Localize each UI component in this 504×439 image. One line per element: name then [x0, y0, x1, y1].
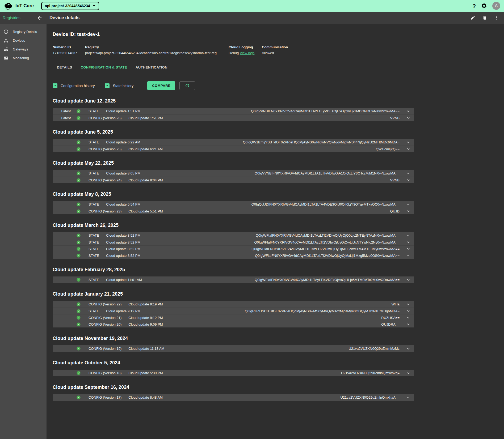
chevron-down-icon[interactable]	[406, 171, 411, 176]
history-row[interactable]: STATE Cloud update 8:52 PM Q0IgWFlaIFN0Y…	[53, 252, 414, 259]
compare-button[interactable]: COMPARE	[147, 81, 175, 90]
check-circle-icon	[76, 247, 81, 251]
state-history-checkbox[interactable]: State history	[105, 83, 133, 88]
row-time: Cloud update 5:54 PM	[106, 202, 140, 206]
back-arrow-icon[interactable]	[37, 15, 43, 21]
monitoring-icon	[3, 56, 9, 61]
refresh-icon	[185, 83, 190, 88]
history-controls: Configuration history State history COMP…	[53, 81, 504, 90]
history-row[interactable]: CONFIG (Version 22) Cloud update 9:19 PM…	[53, 301, 414, 308]
sidebar-item-devices[interactable]: Devices	[0, 36, 47, 45]
chevron-down-icon[interactable]	[406, 246, 411, 251]
chevron-down-icon[interactable]	[406, 395, 411, 400]
row-value: Q0IgWFlaIFN0YXRlVGV4dCAyMDI1LTAzLTI2VDIw…	[251, 247, 400, 251]
row-time: Cloud update 9:09 PM	[128, 322, 163, 326]
row-time: Cloud update 1:51 PM	[128, 116, 163, 120]
history-row[interactable]: STATE Cloud update 8:52 PM Q0IgWFlaIFN0Y…	[53, 239, 414, 245]
row-type: STATE	[89, 247, 99, 251]
chevron-down-icon[interactable]	[406, 278, 411, 282]
history-row[interactable]: CONFIG (Version 21) Cloud update 9:12 PM…	[53, 314, 414, 321]
chevron-down-icon[interactable]	[406, 371, 411, 376]
row-time: Cloud update 8:52 PM	[106, 233, 140, 237]
sidebar-item-gateways[interactable]: Gateways	[0, 45, 47, 54]
check-circle-icon	[76, 240, 81, 245]
more-vert-icon[interactable]	[494, 15, 499, 20]
check-circle-icon	[76, 253, 81, 258]
section-title: Cloud update June 5, 2025	[53, 129, 504, 135]
row-value: Q0IgQW1lcmljYSBTdGF0ZVRleHQgMjAyNS0wNi0w…	[243, 140, 400, 144]
history-row[interactable]: STATE Cloud update 8:52 PM Q0IgWFlaIFN0Y…	[53, 232, 414, 239]
history-row[interactable]: CONFIG (Version 20) Cloud update 9:09 PM…	[53, 321, 414, 327]
sidebar: Registry Details Devices Gateways Monito…	[0, 24, 47, 439]
caret-down-icon	[93, 5, 95, 7]
edit-pencil-icon[interactable]	[470, 15, 475, 20]
row-value: Q0IgWFlaIFN0YXRlVGV4dCAyMDI1LTAzLTI2VDIw…	[254, 240, 400, 244]
history-row[interactable]: Latest STATE Cloud update 1:51 PM Q0IgVV…	[53, 108, 414, 114]
chevron-down-icon[interactable]	[406, 302, 411, 307]
chevron-down-icon[interactable]	[406, 346, 411, 351]
history-row[interactable]: STATE Cloud update 11:01 AM Q0IgWFlaIFN0…	[53, 276, 414, 283]
history-row[interactable]: CONFIG (Version 24) Cloud update 8:04 PM…	[53, 177, 414, 183]
section-rows: STATE Cloud update 6:22 AM Q0IgQW1lcmljY…	[53, 139, 414, 152]
row-value: Q0IgRUZHSCBTdGF0ZVRleHQgMjAyNS0wMS0yMVQy…	[245, 309, 400, 313]
project-selector-label: api-project-320446546234	[45, 4, 90, 8]
chevron-down-icon[interactable]	[406, 233, 411, 238]
history-row[interactable]: CONFIG (Version 23) Cloud update 5:51 PM…	[53, 208, 414, 214]
history-row[interactable]: CONFIG (Version 17) Cloud update 8:48 AM…	[53, 394, 414, 401]
chevron-down-icon[interactable]	[406, 253, 411, 258]
chevron-down-icon[interactable]	[406, 322, 411, 327]
history-row[interactable]: STATE Cloud update 8:52 PM Q0IgWFlaIFN0Y…	[53, 245, 414, 252]
history-row[interactable]: STATE Cloud update 6:22 AM Q0IgQW1lcmljY…	[53, 139, 414, 146]
project-selector[interactable]: api-project-320446546234	[41, 2, 99, 10]
chevron-down-icon[interactable]	[406, 315, 411, 320]
history-row[interactable]: CONFIG (Version 19) Cloud update 11:13 A…	[53, 345, 414, 352]
row-time: Cloud update 9:12 PM	[106, 309, 140, 313]
meta-registry: Registry projects/api-project-3204465462…	[85, 45, 229, 55]
chevron-down-icon[interactable]	[406, 178, 411, 182]
section-rows: STATE Cloud update 8:52 PM Q0IgWFlaIFN0Y…	[53, 232, 414, 259]
row-value: VVNB	[390, 178, 400, 182]
row-time: Cloud update 11:13 AM	[128, 347, 164, 351]
row-time: Cloud update 8:05 PM	[106, 171, 140, 175]
section-rows: STATE Cloud update 5:54 PM Q0IgQUJDIFN0Y…	[53, 201, 414, 214]
refresh-button[interactable]	[179, 81, 195, 90]
section-title: Cloud update May 22, 2025	[53, 160, 504, 166]
user-avatar[interactable]: A	[492, 2, 500, 10]
row-value: Q0IgWFlaIFN0YXRlVGV4dCAyMDI1LTAzLTI2VDIw…	[256, 233, 400, 237]
row-type: CONFIG (Version 24)	[89, 178, 121, 182]
delete-trash-icon[interactable]	[482, 15, 487, 20]
history-row[interactable]: Latest CONFIG (Version 26) Cloud update …	[53, 114, 414, 121]
sidebar-item-monitoring[interactable]: Monitoring	[0, 54, 47, 62]
row-value: U21va2VUZXN0Q29uZmlnQmxvb2g=	[341, 371, 400, 375]
sidebar-item-registry-details[interactable]: Registry Details	[0, 27, 47, 36]
chevron-down-icon[interactable]	[406, 147, 411, 151]
tab-authentication[interactable]: AUTHENTICATION	[131, 62, 172, 73]
tab-details[interactable]: DETAILS	[53, 62, 76, 73]
meta-numeric-id: Numeric ID 1716531114637	[53, 45, 85, 55]
configuration-history-checkbox[interactable]: Configuration history	[53, 83, 95, 88]
chevron-down-icon[interactable]	[406, 140, 411, 145]
help-icon[interactable]: ?	[472, 3, 476, 9]
chevron-down-icon[interactable]	[406, 202, 411, 207]
history-list: Cloud update June 12, 2025 Latest STATE …	[53, 98, 504, 401]
check-circle-icon	[76, 147, 81, 151]
section-title: Cloud update September 16, 2024	[53, 385, 504, 390]
section-rows: CONFIG (Version 22) Cloud update 9:19 PM…	[53, 301, 414, 327]
chevron-down-icon[interactable]	[406, 116, 411, 120]
settings-gear-icon[interactable]	[481, 3, 487, 9]
chevron-down-icon[interactable]	[406, 109, 411, 114]
history-row[interactable]: STATE Cloud update 9:12 PM Q0IgRUZHSCBTd…	[53, 308, 414, 314]
history-row[interactable]: CONFIG (Version 18) Cloud update 5:39 PM…	[53, 370, 414, 376]
history-row[interactable]: CONFIG (Version 25) Cloud update 6:21 AM…	[53, 146, 414, 152]
history-row[interactable]: STATE Cloud update 5:54 PM Q0IgQUJDIFN0Y…	[53, 201, 414, 208]
check-circle-icon	[76, 209, 81, 214]
row-value: Q0IgVVNBIFN0YXRlVGV4dCAyMDI1LTA2LTEyVDEz…	[251, 109, 400, 113]
view-logs-link[interactable]: View logs	[240, 51, 254, 55]
tab-configuration-state[interactable]: CONFIGURATION & STATE	[76, 62, 131, 73]
history-section: Cloud update June 5, 2025 STATE Cloud up…	[53, 129, 504, 152]
history-section: Cloud update May 8, 2025 STATE Cloud upd…	[53, 191, 504, 214]
chevron-down-icon[interactable]	[406, 309, 411, 313]
history-row[interactable]: STATE Cloud update 8:05 PM Q0IgVVNBIFN0Y…	[53, 170, 414, 177]
chevron-down-icon[interactable]	[406, 240, 411, 245]
chevron-down-icon[interactable]	[406, 209, 411, 214]
